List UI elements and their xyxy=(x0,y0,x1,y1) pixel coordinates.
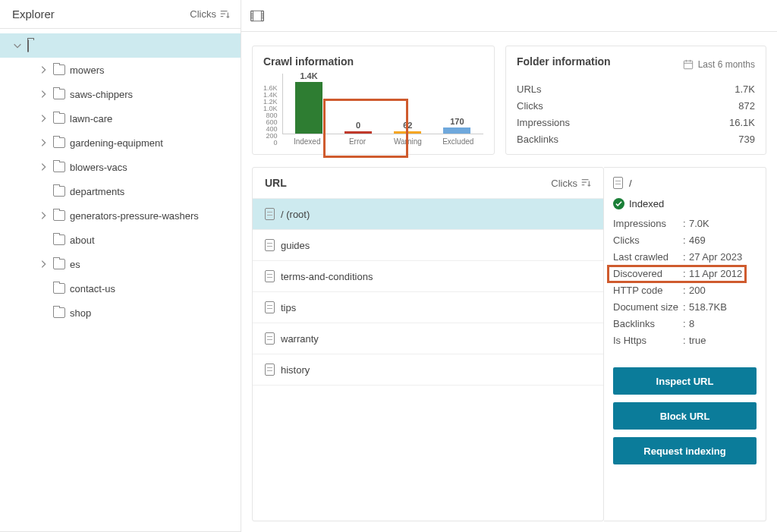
metric-row: Backlinks739 xyxy=(517,131,755,148)
inspect-url-button[interactable]: Inspect URL xyxy=(613,367,757,395)
metric-label: URLs xyxy=(517,81,542,98)
tree-item[interactable]: es xyxy=(0,252,241,276)
bar-group[interactable]: 170 xyxy=(439,117,474,134)
tree-item[interactable]: gardening-equipment xyxy=(0,131,241,155)
bar xyxy=(344,131,372,134)
bar-label: Excluded xyxy=(441,137,476,146)
crawl-chart: 1.6K1.4K1.2K1.0K8006004002000 1.4K062170… xyxy=(263,74,483,146)
crawl-panel: Crawl information 1.6K1.4K1.2K1.0K800600… xyxy=(252,46,495,155)
bar-group[interactable]: 62 xyxy=(390,121,425,134)
bar xyxy=(295,82,322,134)
kv-colon: : xyxy=(683,249,689,266)
request-indexing-button[interactable]: Request indexing xyxy=(613,437,757,464)
tree-item-label: es xyxy=(70,259,80,270)
block-url-button[interactable]: Block URL xyxy=(613,402,757,430)
detail-kv-row: HTTP code:200 xyxy=(613,282,757,299)
document-icon xyxy=(613,177,623,189)
chevron-right-icon xyxy=(38,89,49,99)
home-folder-icon xyxy=(27,40,41,51)
tree-item[interactable]: generators-pressure-washers xyxy=(0,203,241,228)
url-label: warranty xyxy=(281,333,319,345)
url-row[interactable]: terms-and-conditions xyxy=(253,261,603,292)
detail-scroll[interactable]: / Indexed Impressions:7.0KClicks:469Last… xyxy=(604,168,766,521)
url-title: URL xyxy=(265,177,287,189)
tree-item[interactable]: about xyxy=(0,228,241,252)
tree-item-label: blowers-vacs xyxy=(70,162,127,173)
bar xyxy=(443,127,470,134)
kv-value: 518.7KB xyxy=(689,299,757,316)
kv-key: Clicks xyxy=(613,232,683,249)
kv-colon: : xyxy=(683,232,689,249)
bar-group[interactable]: 0 xyxy=(341,121,376,134)
kv-colon: : xyxy=(683,266,689,282)
detail-buttons: Inspect URL Block URL Request indexing xyxy=(613,367,757,464)
chevron-right-icon xyxy=(38,137,49,148)
kv-key: Discovered xyxy=(613,266,683,282)
kv-key: Last crawled xyxy=(613,249,683,266)
folder-icon xyxy=(53,210,65,221)
kv-value: 7.0K xyxy=(689,216,757,232)
tree-item[interactable]: lawn-care xyxy=(0,106,241,131)
bar-label: Warning xyxy=(390,137,425,146)
svg-rect-9 xyxy=(684,61,692,69)
metric-label: Clicks xyxy=(517,98,543,115)
url-sort-label: Clicks xyxy=(551,178,577,189)
tree-item-label: mowers xyxy=(70,65,105,76)
metric-row: Impressions16.1K xyxy=(517,115,755,131)
tree-item[interactable]: saws-chippers xyxy=(0,82,241,106)
main-area: Crawl information 1.6K1.4K1.2K1.0K800600… xyxy=(241,0,777,532)
metric-row: URLs1.7K xyxy=(517,81,755,98)
chevron-down-icon xyxy=(12,40,23,51)
url-row[interactable]: history xyxy=(253,354,603,386)
folder-icon xyxy=(53,235,65,245)
detail-kv-row: Is Https:true xyxy=(613,332,757,349)
time-range[interactable]: Last 6 months xyxy=(683,59,755,70)
url-row[interactable]: / (root) xyxy=(253,199,603,230)
detail-path-row: / xyxy=(613,177,757,189)
kv-value: 27 Apr 2023 xyxy=(689,249,757,266)
tree-item[interactable]: mowers xyxy=(0,58,241,82)
tree-item[interactable]: contact-us xyxy=(0,276,241,301)
document-icon xyxy=(265,208,275,220)
tree-item[interactable]: shop xyxy=(0,301,241,325)
tree-item[interactable]: departments xyxy=(0,179,241,203)
tree-item[interactable]: blowers-vacs xyxy=(0,155,241,179)
folder-icon xyxy=(53,162,65,172)
document-icon xyxy=(265,364,275,376)
kv-colon: : xyxy=(683,299,689,316)
tree-root[interactable] xyxy=(0,33,241,58)
detail-panel: / Indexed Impressions:7.0KClicks:469Last… xyxy=(604,167,766,521)
folder-panel: Folder information Last 6 months URLs1.7… xyxy=(505,46,766,155)
folder-icon xyxy=(53,259,65,269)
kv-value: 8 xyxy=(689,316,757,332)
document-icon xyxy=(265,332,275,345)
chevron-right-icon xyxy=(38,259,49,269)
chevron-right-icon xyxy=(38,65,49,75)
explorer-sort-label: Clicks xyxy=(190,8,216,20)
url-row[interactable]: warranty xyxy=(253,323,603,354)
bar-label: Error xyxy=(340,137,375,146)
url-row[interactable]: guides xyxy=(253,230,603,261)
url-label: guides xyxy=(281,240,310,251)
kv-colon: : xyxy=(683,282,689,299)
detail-kv-row: Last crawled:27 Apr 2023 xyxy=(613,249,757,266)
tree-item-label: lawn-care xyxy=(70,113,112,124)
explorer-title: Explorer xyxy=(12,8,55,20)
sort-icon xyxy=(219,9,230,20)
metric-value: 16.1K xyxy=(729,115,755,131)
explorer-panel: Explorer Clicks mowerssaws-chipperslawn-… xyxy=(0,0,241,532)
movie-icon[interactable] xyxy=(250,10,264,22)
calendar-icon xyxy=(683,59,694,70)
kv-value: 11 Apr 2012 xyxy=(689,266,757,282)
url-sort[interactable]: Clicks xyxy=(551,178,591,189)
folder-icon xyxy=(53,186,65,197)
metric-value: 1.7K xyxy=(735,81,755,98)
bar-group[interactable]: 1.4K xyxy=(291,71,326,134)
explorer-sort[interactable]: Clicks xyxy=(190,8,230,20)
kv-key: Backlinks xyxy=(613,316,683,332)
url-label: tips xyxy=(281,302,296,313)
tree-item-label: generators-pressure-washers xyxy=(70,210,199,222)
url-row[interactable]: tips xyxy=(253,292,603,323)
bar-value: 0 xyxy=(356,121,360,130)
tree-item-label: saws-chippers xyxy=(70,89,133,100)
